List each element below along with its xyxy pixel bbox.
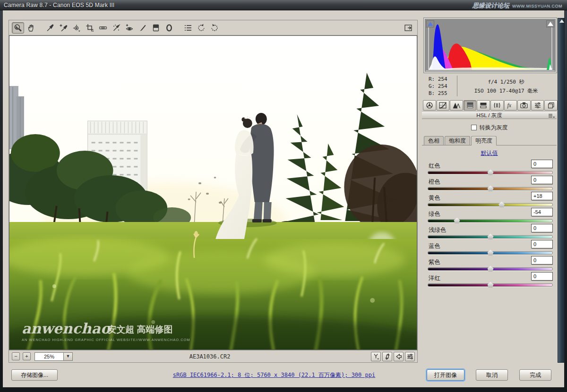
slider-yellow-value[interactable] <box>531 192 553 200</box>
targeted-adjustment-tool-button[interactable] <box>70 22 83 34</box>
radial-filter-tool-button[interactable] <box>163 22 175 34</box>
cancel-button[interactable]: 取消 <box>476 369 508 381</box>
forum-watermark-cn: 思缘设计论坛 <box>472 1 509 10</box>
slider-orange-thumb[interactable] <box>488 186 494 191</box>
tab-tone-curve[interactable] <box>437 100 450 111</box>
white-balance-tool-button[interactable] <box>44 22 56 34</box>
watermark-script: anwenchao <box>22 320 111 337</box>
radial-filter-icon <box>164 23 174 33</box>
tab-hue[interactable]: 色相 <box>424 136 444 145</box>
grayscale-checkbox[interactable] <box>471 125 477 130</box>
preview-mode-button[interactable] <box>371 352 381 361</box>
hand-tool-button[interactable] <box>25 22 37 34</box>
slider-purple-track[interactable] <box>428 267 553 271</box>
panel-menu-button[interactable] <box>548 113 555 120</box>
fx-icon: fx <box>506 102 515 109</box>
preview-y-icon <box>372 353 380 360</box>
slider-label: 浅绿色 <box>429 226 447 234</box>
tab-camera-calibration[interactable] <box>517 100 531 111</box>
slider-green-value[interactable] <box>531 208 553 216</box>
histogram <box>424 18 557 73</box>
highlight-clipping-toggle[interactable] <box>546 20 554 27</box>
tab-basic[interactable] <box>423 100 436 111</box>
slider-yellow-track[interactable] <box>428 203 553 206</box>
done-button[interactable]: 完成 <box>519 369 551 381</box>
straighten-tool-button[interactable] <box>97 22 109 34</box>
slider-orange-track[interactable] <box>428 187 553 190</box>
tone-curve-icon <box>438 102 447 109</box>
crop-tool-button[interactable] <box>84 22 96 34</box>
shadow-clipping-toggle[interactable] <box>426 20 434 27</box>
graduated-filter-tool-button[interactable] <box>150 22 162 34</box>
preferences-button[interactable] <box>182 22 194 34</box>
sliders-icon <box>406 353 414 360</box>
photo-preview[interactable]: anwenchao 安文超 高端修图 AN WENCHAO HIGH-END G… <box>9 35 417 350</box>
slider-aqua-thumb[interactable] <box>488 234 494 239</box>
tab-split-toning[interactable] <box>477 100 490 111</box>
swap-arrows-icon <box>384 353 391 360</box>
spot-removal-tool-button[interactable] <box>110 22 122 34</box>
panel-scrollbar[interactable] <box>558 18 565 363</box>
zoom-tool-button[interactable] <box>12 22 24 34</box>
tool-bar <box>9 20 417 35</box>
hsl-tabs: 色相 饱和度 明亮度 <box>424 136 498 145</box>
slider-orange-value[interactable] <box>531 176 553 184</box>
tab-snapshots[interactable] <box>544 100 558 111</box>
zoom-in-button[interactable]: + <box>23 352 31 360</box>
apply-previous-button[interactable] <box>394 352 404 361</box>
watermark-cn: 安文超 高端修图 <box>108 324 173 334</box>
spot-removal-icon <box>112 23 121 33</box>
swap-settings-button[interactable] <box>382 352 392 361</box>
slider-row-aqua: 浅绿色 <box>428 225 553 240</box>
color-sampler-tool-button[interactable] <box>57 22 69 34</box>
fullscreen-toggle-button[interactable] <box>402 22 414 34</box>
slider-purple-thumb[interactable] <box>488 266 494 272</box>
tab-effects[interactable]: fx <box>504 100 517 111</box>
zoom-out-button[interactable]: − <box>12 352 20 360</box>
rotate-left-button[interactable] <box>195 22 207 34</box>
camera-icon <box>520 102 528 109</box>
rotate-right-button[interactable] <box>208 22 221 34</box>
fullscreen-icon <box>404 23 413 33</box>
info-divider <box>457 76 457 96</box>
slider-aqua-track[interactable] <box>428 235 553 239</box>
zoom-level-dropdown[interactable]: ▼ <box>64 352 73 361</box>
slider-magenta-thumb[interactable] <box>488 282 494 288</box>
workflow-options-link[interactable]: sRGB IEC61966-2.1; 8 位; 5760 x 3840 (22.… <box>145 371 404 379</box>
histogram-plot <box>425 19 556 72</box>
slider-red-track[interactable] <box>428 171 553 174</box>
rgb-b: B: 255 <box>429 90 447 97</box>
slider-yellow-thumb[interactable] <box>498 202 505 207</box>
zoom-level-field[interactable]: 25% <box>34 352 64 361</box>
tab-detail[interactable] <box>450 100 463 111</box>
rgb-r: R: 254 <box>429 76 447 83</box>
slider-blue-thumb[interactable] <box>488 250 494 256</box>
tab-saturation[interactable]: 饱和度 <box>445 136 470 145</box>
adjustment-brush-tool-button[interactable] <box>137 22 149 34</box>
slider-blue-value[interactable] <box>531 240 553 248</box>
tab-luminance[interactable]: 明亮度 <box>471 136 497 145</box>
window-title: Camera Raw 8.7 - Canon EOS 5D Mark III <box>4 2 114 9</box>
default-link[interactable]: 默认值 <box>422 149 557 157</box>
slider-red-value[interactable] <box>531 160 553 168</box>
tab-presets[interactable] <box>531 100 544 111</box>
slider-green-track[interactable] <box>428 219 553 222</box>
red-eye-tool-button[interactable] <box>123 22 136 34</box>
open-image-button[interactable]: 打开图像 <box>427 369 464 381</box>
slider-blue-track[interactable] <box>428 251 553 255</box>
svg-text:fx: fx <box>507 102 512 109</box>
slider-magenta-value[interactable] <box>531 272 553 281</box>
wedding-photo: anwenchao 安文超 高端修图 AN WENCHAO HIGH-END G… <box>9 36 417 349</box>
tab-hsl-grayscale[interactable] <box>464 100 477 111</box>
slider-aqua-value[interactable] <box>531 224 553 232</box>
title-bar[interactable]: Camera Raw 8.7 - Canon EOS 5D Mark III 思… <box>0 0 567 10</box>
preview-preferences-button[interactable] <box>405 352 415 361</box>
slider-magenta-track[interactable] <box>428 283 553 287</box>
tab-lens-corrections[interactable] <box>490 100 504 111</box>
slider-red-thumb[interactable] <box>488 170 494 175</box>
save-image-button[interactable]: 存储图像... <box>11 369 58 381</box>
slider-green-thumb[interactable] <box>454 218 460 223</box>
slider-purple-value[interactable] <box>531 256 553 264</box>
scrollbar-up-arrow[interactable] <box>559 19 564 23</box>
detail-icon <box>452 102 461 109</box>
